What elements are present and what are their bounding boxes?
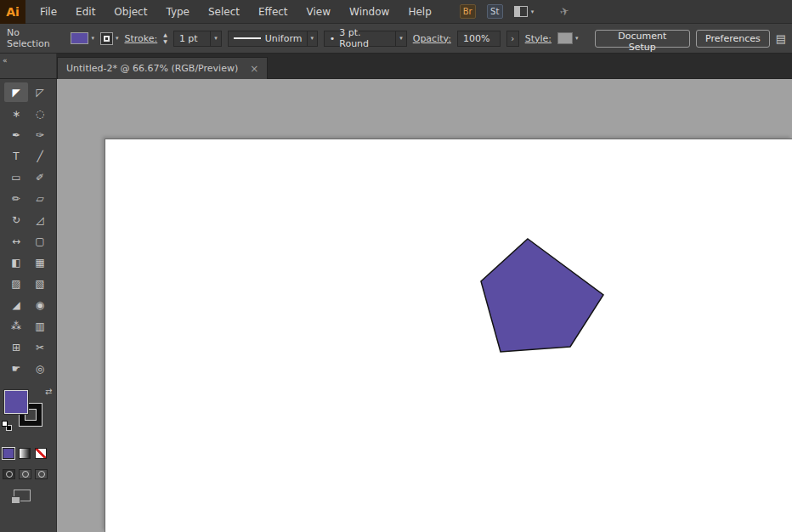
line-segment-tool[interactable]: ╱ (28, 146, 52, 166)
menu-type[interactable]: Type (156, 0, 199, 24)
pencil-tool[interactable]: ✏ (4, 189, 28, 208)
default-fill-stroke-icon[interactable] (2, 421, 12, 431)
eraser-tool-icon: ▱ (36, 193, 43, 205)
stroke-weight-stepper[interactable]: ▲ ▼ (163, 32, 167, 44)
magic-wand-tool[interactable]: ∗ (4, 104, 28, 123)
menu-view[interactable]: View (297, 0, 340, 24)
stroke-color-control[interactable]: ▾ (100, 32, 119, 45)
draw-inside-button[interactable] (35, 469, 48, 479)
artboard-tool[interactable]: ⊞ (4, 337, 28, 357)
selection-tool[interactable]: ◤ (4, 82, 28, 102)
style-select[interactable]: ▾ (557, 32, 579, 44)
blend-tool[interactable]: ◉ (28, 295, 52, 314)
illustrator-window: Ai FileEditObjectTypeSelectEffectViewWin… (0, 0, 792, 532)
slice-tool-icon: ✂ (36, 342, 44, 354)
type-tool-icon: T (13, 150, 19, 162)
rectangle-tool-icon: ▭ (11, 172, 20, 184)
chevron-down-icon: ▾ (395, 31, 406, 46)
workspace-switcher[interactable]: ▾ (514, 6, 535, 17)
symbol-sprayer-tool[interactable]: ⁂ (4, 316, 28, 336)
document-tab[interactable]: Untitled-2* @ 66.67% (RGB/Preview) × (57, 57, 268, 79)
canvas-pasteboard[interactable] (57, 79, 792, 532)
curvature-tool-icon: ✑ (36, 129, 44, 141)
paintbrush-tool[interactable]: ✐ (28, 167, 52, 187)
mesh-tool-icon: ▨ (11, 278, 20, 290)
width-profile-select[interactable]: Uniform ▾ (228, 31, 318, 47)
slice-tool[interactable]: ✂ (28, 337, 52, 357)
chevron-down-icon: ▾ (307, 31, 318, 46)
stroke-weight-value: 1 pt (179, 33, 198, 44)
illustrator-logo-icon: Ai (0, 0, 25, 24)
rectangle-tool[interactable]: ▭ (4, 167, 28, 187)
column-graph-tool[interactable]: ▥ (28, 316, 52, 336)
menu-object[interactable]: Object (105, 0, 156, 24)
menu-edit[interactable]: Edit (66, 0, 105, 24)
opacity-input[interactable]: 100% (457, 31, 501, 47)
panel-toggle-icon[interactable]: ▤ (776, 32, 787, 45)
direct-selection-tool-icon: ◸ (36, 87, 43, 99)
document-setup-button[interactable]: Document Setup (595, 30, 690, 48)
swap-fill-stroke-icon[interactable]: ⇄ (45, 387, 52, 396)
eyedropper-tool-icon: ◢ (12, 299, 20, 311)
scale-tool[interactable]: ◿ (28, 210, 52, 229)
close-tab-icon[interactable]: × (250, 63, 258, 75)
bridge-icon[interactable]: Br (460, 4, 476, 19)
style-swatch (557, 32, 573, 44)
lasso-tool[interactable]: ◌ (28, 104, 52, 123)
gradient-tool[interactable]: ▧ (28, 274, 52, 293)
tool-panel: ◤◸∗◌✒✑T╱▭✐✏▱↻◿↔▢◧▦▨▧◢◉⁂▥⊞✂☛◎ ⇄ (0, 79, 57, 532)
eyedropper-tool[interactable]: ◢ (4, 295, 28, 314)
curvature-tool[interactable]: ✑ (28, 125, 52, 144)
shape-builder-tool[interactable]: ◧ (4, 252, 28, 272)
stepper-up-icon[interactable]: ▲ (163, 32, 167, 37)
menu-window[interactable]: Window (340, 0, 399, 24)
selection-tool-icon: ◤ (12, 87, 20, 99)
brush-definition-select[interactable]: • 3 pt. Round ▾ (324, 31, 407, 47)
perspective-grid-tool[interactable]: ▦ (28, 252, 52, 272)
draw-normal-button[interactable] (3, 469, 15, 479)
hand-tool[interactable]: ☛ (4, 359, 28, 378)
opacity-label[interactable]: Opacity: (413, 33, 451, 44)
menu-help[interactable]: Help (399, 0, 440, 24)
stock-icon[interactable]: St (487, 4, 503, 19)
brush-value: 3 pt. Round (339, 27, 391, 49)
menubar-right-icons: Br St ▾ ✈ (460, 4, 569, 19)
preferences-button[interactable]: Preferences (696, 30, 770, 48)
gpu-performance-icon[interactable]: ✈ (559, 4, 571, 19)
stepper-down-icon[interactable]: ▼ (163, 39, 167, 44)
direct-selection-tool[interactable]: ◸ (28, 82, 52, 102)
style-label[interactable]: Style: (525, 33, 552, 44)
artboard-tool-icon: ⊞ (12, 342, 20, 354)
chevron-down-icon: ▾ (210, 31, 221, 46)
tab-bar: « Untitled-2* @ 66.67% (RGB/Preview) × (0, 54, 792, 79)
rotate-tool[interactable]: ↻ (4, 210, 28, 229)
menu-file[interactable]: File (31, 0, 66, 24)
draw-behind-button[interactable] (19, 469, 31, 479)
zoom-tool-icon: ◎ (36, 363, 44, 375)
mesh-tool[interactable]: ▨ (4, 274, 28, 293)
pentagon-shape[interactable] (481, 239, 603, 352)
magic-wand-tool-icon: ∗ (12, 108, 20, 120)
none-button[interactable] (35, 448, 47, 459)
pen-tool[interactable]: ✒ (4, 125, 28, 144)
menu-select[interactable]: Select (199, 0, 249, 24)
free-transform-tool[interactable]: ▢ (28, 231, 52, 251)
menu-items: FileEditObjectTypeSelectEffectViewWindow… (31, 0, 441, 24)
collapse-panel-icon[interactable]: « (3, 56, 7, 65)
gradient-button[interactable] (19, 448, 31, 459)
fill-color-box[interactable] (4, 390, 28, 414)
opacity-options-button[interactable]: › (506, 31, 519, 47)
color-button[interactable] (3, 448, 14, 459)
eraser-tool[interactable]: ▱ (28, 189, 52, 208)
fill-color-control[interactable]: ▾ (71, 32, 94, 44)
line-segment-tool-icon: ╱ (37, 150, 42, 162)
stroke-label[interactable]: Stroke: (124, 33, 157, 44)
menu-effect[interactable]: Effect (249, 0, 297, 24)
zoom-tool[interactable]: ◎ (28, 359, 52, 378)
screen-mode-button[interactable] (14, 490, 31, 501)
stroke-weight-select[interactable]: 1 pt ▾ (173, 31, 222, 47)
type-tool[interactable]: T (4, 146, 28, 166)
width-tool[interactable]: ↔ (4, 231, 28, 251)
fill-color-swatch (71, 32, 88, 44)
column-graph-tool-icon: ▥ (35, 320, 44, 332)
